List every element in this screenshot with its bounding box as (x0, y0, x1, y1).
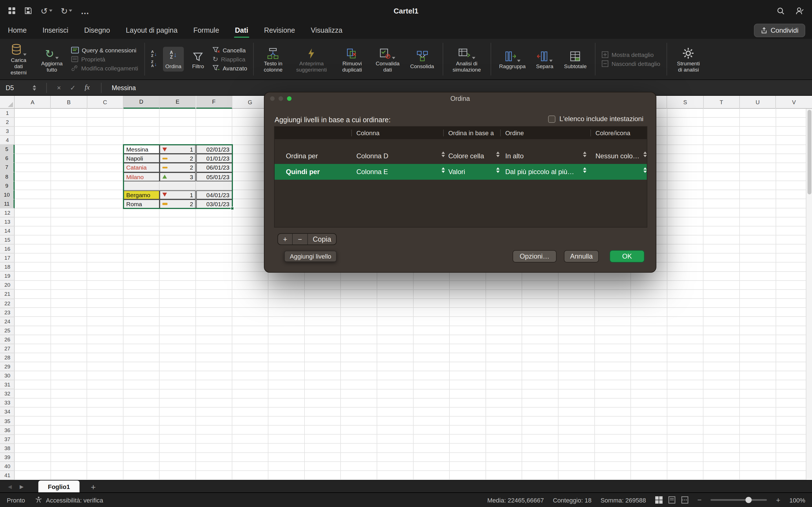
tab-disegno[interactable]: Disegno (84, 21, 110, 39)
formula-input[interactable]: Messina (112, 84, 136, 91)
share-button[interactable]: Condividi (754, 24, 805, 37)
sort-level-row-1[interactable]: Ordina perColonna DColore cellaIn altoNe… (274, 148, 647, 164)
cell-F6[interactable]: 01/01/23 (196, 154, 232, 163)
sort-button[interactable]: AZ ↓ Ordina (163, 47, 184, 71)
add-level-button[interactable]: + (278, 234, 293, 244)
row-header-5[interactable]: 5 (0, 145, 15, 154)
column-header-D[interactable]: D (123, 96, 160, 109)
cell-F8[interactable]: 05/01/23 (196, 172, 232, 181)
row-header-21[interactable]: 21 (0, 290, 15, 299)
column-header-E[interactable]: E (160, 96, 196, 109)
page-break-view-icon[interactable] (681, 496, 688, 504)
column-header-V[interactable]: V (776, 96, 812, 109)
cell-D11[interactable]: Roma (123, 199, 160, 208)
row-header-4[interactable]: 4 (0, 136, 15, 145)
tab-formule[interactable]: Formule (193, 21, 219, 39)
add-sheet-button[interactable]: + (91, 483, 96, 491)
row-header-7[interactable]: 7 (0, 163, 15, 172)
refresh-all-button[interactable]: ↻ Aggiorna tutto (39, 44, 65, 75)
subtotal-button[interactable]: Subtotale (562, 47, 589, 71)
sort-level-value[interactable]: Dal più piccolo al più… (505, 164, 574, 180)
tab-dati[interactable]: Dati (235, 21, 248, 39)
select-all-corner[interactable] (0, 96, 15, 109)
row-header-19[interactable]: 19 (0, 272, 15, 281)
what-if-analysis-button[interactable]: Analisi di simulazione (449, 44, 484, 75)
row-header-23[interactable]: 23 (0, 308, 15, 317)
row-header-6[interactable]: 6 (0, 154, 15, 163)
sort-level-row-2[interactable]: Quindi perColonna EValoriDal più piccolo… (274, 164, 647, 180)
app-grid-icon[interactable] (8, 7, 16, 15)
sort-level-value[interactable]: Nessun colo… (596, 148, 640, 164)
cell-D5[interactable]: Messina (123, 145, 160, 154)
column-header-C[interactable]: C (87, 96, 123, 109)
tab-home[interactable]: Home (8, 21, 27, 39)
dropdown-stepper-icon[interactable] (644, 167, 647, 173)
column-header-F[interactable]: F (196, 96, 232, 109)
tab-inserisci[interactable]: Inserisci (43, 21, 68, 39)
redo-button[interactable]: ↻ (61, 6, 72, 15)
row-header-8[interactable]: 8 (0, 172, 15, 181)
scrollbar-thumb[interactable] (807, 110, 811, 194)
remove-duplicates-button[interactable]: Rimuovi duplicati (337, 44, 367, 75)
row-header-22[interactable]: 22 (0, 299, 15, 308)
column-header-A[interactable]: A (15, 96, 51, 109)
cell-F10[interactable]: 04/01/23 (196, 190, 232, 199)
cell-E6[interactable]: 2 (160, 154, 196, 163)
sort-level-value[interactable]: Colonna E (356, 164, 388, 180)
remove-level-button[interactable]: − (293, 234, 308, 244)
show-detail-button[interactable]: Mostra dettaglio (602, 51, 660, 58)
save-icon[interactable] (24, 7, 32, 15)
options-button[interactable]: Opzioni… (513, 250, 557, 263)
zoom-in-icon[interactable]: + (776, 496, 780, 504)
copy-level-button[interactable]: Copia (308, 234, 336, 244)
cell-E11[interactable]: 2 (160, 199, 196, 208)
prev-sheet-icon[interactable]: ◀ (7, 484, 13, 490)
header-row-checkbox-group[interactable]: L'elenco include intestazioni (548, 115, 644, 123)
dropdown-stepper-icon[interactable] (442, 167, 445, 173)
tab-layout-di-pagina[interactable]: Layout di pagina (126, 21, 177, 39)
data-validation-button[interactable]: Convalida dati (373, 44, 402, 75)
sort-dialog-titlebar[interactable]: Ordina (264, 93, 656, 105)
insert-function-icon[interactable]: fx (85, 83, 90, 92)
row-header-27[interactable]: 27 (0, 344, 15, 353)
sheet-tab-foglio1[interactable]: Foglio1 (38, 481, 80, 492)
row-header-24[interactable]: 24 (0, 317, 15, 326)
row-header-36[interactable]: 36 (0, 426, 15, 435)
filter-button[interactable]: Filtro (190, 47, 206, 71)
row-header-37[interactable]: 37 (0, 435, 15, 444)
row-header-15[interactable]: 15 (0, 235, 15, 244)
row-header-2[interactable]: 2 (0, 118, 15, 127)
cell-E10[interactable]: 1 (160, 190, 196, 199)
row-header-10[interactable]: 10 (0, 190, 15, 199)
edit-links-button[interactable]: Modifica collegamenti (71, 65, 138, 71)
cell-F11[interactable]: 03/01/23 (196, 199, 232, 208)
row-header-18[interactable]: 18 (0, 263, 15, 272)
normal-view-icon[interactable] (655, 496, 662, 504)
name-box-stepper[interactable] (33, 85, 36, 91)
sort-level-value[interactable]: In alto (505, 148, 523, 164)
tab-revisione[interactable]: Revisione (264, 21, 295, 39)
row-header-28[interactable]: 28 (0, 353, 15, 362)
search-icon[interactable] (776, 6, 785, 15)
row-header-11[interactable]: 11 (0, 199, 15, 208)
cell-E5[interactable]: 1 (160, 145, 196, 154)
ok-button[interactable]: OK (610, 250, 645, 263)
column-header-S[interactable]: S (667, 96, 704, 109)
dropdown-stepper-icon[interactable] (644, 152, 647, 157)
zoom-slider-thumb[interactable] (746, 497, 752, 503)
ungroup-button[interactable]: Separa (534, 47, 555, 71)
next-sheet-icon[interactable]: ▶ (18, 484, 25, 490)
row-header-31[interactable]: 31 (0, 380, 15, 389)
row-header-29[interactable]: 29 (0, 362, 15, 371)
user-account-icon[interactable] (795, 6, 804, 15)
consolidate-button[interactable]: Consolida (408, 47, 437, 71)
dropdown-stepper-icon[interactable] (496, 152, 500, 157)
analysis-tools-button[interactable]: Strumenti di analisi (673, 44, 704, 75)
row-header-12[interactable]: 12 (0, 209, 15, 217)
cell-D6[interactable]: Napoli (123, 154, 160, 163)
row-header-35[interactable]: 35 (0, 416, 15, 426)
column-header-U[interactable]: U (740, 96, 776, 109)
zoom-level[interactable]: 100% (790, 497, 805, 503)
queries-connections-button[interactable]: Query & connessioni (71, 47, 138, 54)
dropdown-stepper-icon[interactable] (496, 167, 500, 173)
